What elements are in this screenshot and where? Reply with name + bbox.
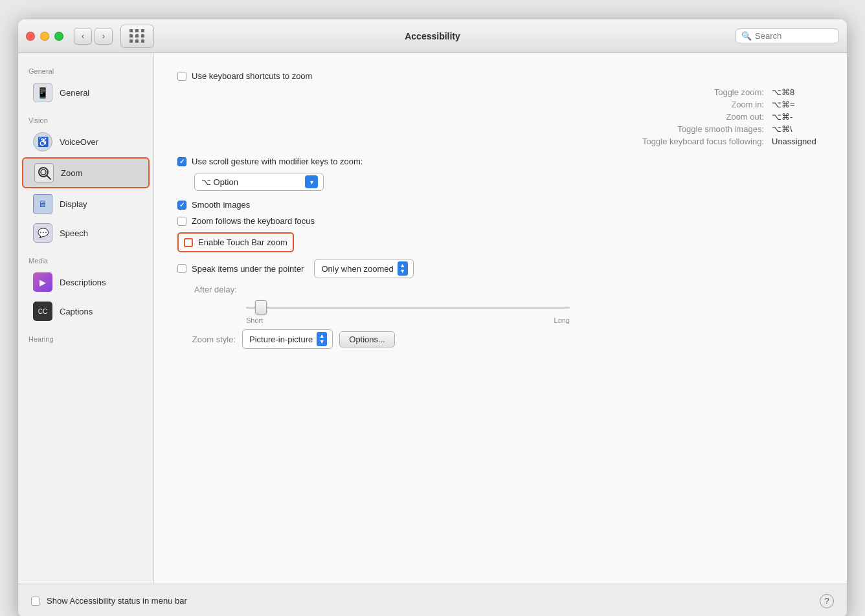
traffic-lights (26, 32, 63, 41)
delay-slider-track[interactable] (246, 301, 570, 314)
toggle-keyboard-focus-value: Unassigned (772, 137, 824, 146)
speak-items-dropdown-arrow-icon: ▲▼ (398, 261, 408, 276)
sidebar-item-captions[interactable]: CC Captions (22, 297, 150, 325)
toggle-keyboard-focus-row: Toggle keyboard focus following: Unassig… (193, 137, 824, 146)
right-panel: Use keyboard shortcuts to zoom Toggle zo… (154, 53, 847, 584)
toggle-zoom-label: Toggle zoom: (635, 87, 764, 97)
zoom-in-row: Zoom in: ⌥⌘= (193, 100, 824, 109)
speak-items-dropdown-label: Only when zoomed (321, 264, 393, 274)
modifier-dropdown-container: ⌥ Option ▾ (177, 173, 824, 191)
bottom-bar: Show Accessibility status in menu bar ? (18, 584, 847, 616)
display-icon: 🖥 (32, 193, 53, 214)
sidebar-item-zoom[interactable]: Zoom (22, 157, 150, 188)
titlebar: ‹ › Accessibility 🔍 (18, 19, 847, 53)
help-button[interactable]: ? (820, 594, 834, 608)
zoom-style-dropdown-label: Picture-in-picture (249, 335, 313, 344)
sidebar-item-display[interactable]: 🖥 Display (22, 190, 150, 218)
after-delay-container: After delay: Short Long (177, 285, 824, 324)
sidebar-item-speech[interactable]: 💬 Speech (22, 219, 150, 247)
sidebar-item-voiceover[interactable]: ♿ VoiceOver (22, 127, 150, 156)
sidebar: General 📱 General Vision ♿ VoiceOver (18, 53, 154, 584)
general-icon: 📱 (32, 82, 53, 103)
forward-button[interactable]: › (95, 28, 113, 45)
zoom-follows-keyboard-label: Zoom follows the keyboard focus (192, 216, 315, 226)
options-button[interactable]: Options... (339, 331, 395, 347)
slider-short-label: Short (246, 316, 263, 324)
sidebar-item-descriptions[interactable]: ▶ Descriptions (22, 268, 150, 296)
zoom-out-value: ⌥⌘- (772, 112, 824, 122)
sidebar-item-general[interactable]: 📱 General (22, 78, 150, 107)
grid-view-button[interactable] (120, 25, 154, 48)
section-label-vision: Vision (18, 113, 153, 127)
keyboard-shortcuts-checkbox[interactable] (177, 72, 186, 81)
zoom-in-value: ⌥⌘= (772, 100, 824, 109)
speech-icon: 💬 (32, 223, 53, 243)
content-area: General 📱 General Vision ♿ VoiceOver (18, 53, 847, 584)
enable-touch-bar-checkbox[interactable] (184, 238, 193, 247)
svg-line-1 (47, 175, 51, 179)
zoom-follows-keyboard-row: Zoom follows the keyboard focus (177, 216, 824, 226)
show-status-checkbox[interactable] (31, 597, 40, 606)
close-button[interactable] (26, 32, 35, 41)
section-label-general: General (18, 63, 153, 78)
sidebar-label-general: General (60, 88, 89, 98)
zoom-style-row: Zoom style: Picture-in-picture ▲▼ Option… (177, 329, 824, 349)
zoom-out-row: Zoom out: ⌥⌘- (193, 112, 824, 122)
after-delay-label: After delay: (194, 285, 237, 294)
slider-long-label: Long (554, 316, 570, 324)
speak-items-label: Speak items under the pointer (192, 264, 304, 274)
nav-buttons: ‹ › (74, 28, 113, 45)
maximize-button[interactable] (54, 32, 63, 41)
zoom-style-dropdown-arrow-icon: ▲▼ (317, 332, 327, 346)
back-button[interactable]: ‹ (74, 28, 92, 45)
voiceover-icon: ♿ (32, 131, 53, 152)
sidebar-label-zoom: Zoom (61, 168, 82, 178)
search-box[interactable]: 🔍 (736, 28, 839, 43)
speak-items-checkbox[interactable] (177, 264, 186, 273)
section-label-media: Media (18, 253, 153, 267)
slider-thumb[interactable] (255, 300, 267, 314)
speak-items-row: Speak items under the pointer Only when … (177, 259, 824, 278)
search-icon: 🔍 (741, 31, 752, 41)
touch-bar-container: Enable Touch Bar zoom (177, 232, 824, 252)
dropdown-arrow-icon: ▾ (305, 175, 318, 188)
sidebar-label-voiceover: VoiceOver (60, 137, 98, 147)
search-input[interactable] (755, 31, 833, 41)
enable-touch-bar-label: Enable Touch Bar zoom (198, 237, 287, 247)
scroll-gesture-row: Use scroll gesture with modifier keys to… (177, 157, 824, 166)
sidebar-label-speech: Speech (60, 228, 88, 238)
smooth-images-row: Smooth images (177, 200, 824, 210)
toggle-smooth-row: Toggle smooth images: ⌥⌘\ (193, 124, 824, 134)
slider-line (246, 307, 570, 309)
zoom-out-label: Zoom out: (635, 112, 764, 122)
kbd-shortcut-table: Toggle zoom: ⌥⌘8 Zoom in: ⌥⌘= Zoom out: … (193, 87, 824, 146)
scroll-gesture-label: Use scroll gesture with modifier keys to… (192, 157, 363, 166)
main-window: ‹ › Accessibility 🔍 General 📱 General (18, 19, 847, 616)
sidebar-label-display: Display (60, 199, 87, 209)
smooth-images-label: Smooth images (192, 200, 250, 210)
zoom-follows-keyboard-checkbox[interactable] (177, 217, 186, 226)
sidebar-label-descriptions: Descriptions (60, 278, 106, 287)
toggle-zoom-value: ⌥⌘8 (772, 87, 824, 97)
svg-point-2 (41, 170, 46, 175)
toggle-zoom-row: Toggle zoom: ⌥⌘8 (193, 87, 824, 97)
touch-bar-row: Enable Touch Bar zoom (177, 232, 294, 252)
minimize-button[interactable] (40, 32, 49, 41)
speak-items-dropdown[interactable]: Only when zoomed ▲▼ (314, 259, 413, 278)
zoom-style-dropdown[interactable]: Picture-in-picture ▲▼ (242, 329, 333, 349)
toggle-smooth-value: ⌥⌘\ (772, 124, 824, 134)
modifier-dropdown-label: ⌥ Option (201, 177, 238, 187)
grid-dots-icon (129, 29, 145, 43)
toggle-smooth-label: Toggle smooth images: (635, 124, 764, 134)
captions-icon: CC (32, 301, 53, 322)
modifier-dropdown[interactable]: ⌥ Option ▾ (194, 173, 324, 191)
keyboard-shortcuts-row: Use keyboard shortcuts to zoom (177, 71, 824, 81)
after-delay-row: After delay: (194, 285, 824, 294)
zoom-icon (34, 162, 54, 183)
scroll-gesture-checkbox[interactable] (177, 157, 186, 166)
smooth-images-checkbox[interactable] (177, 201, 186, 210)
section-label-hearing: Hearing (18, 331, 153, 346)
toggle-keyboard-focus-label: Toggle keyboard focus following: (635, 137, 764, 146)
keyboard-shortcuts-label: Use keyboard shortcuts to zoom (192, 71, 312, 81)
zoom-style-label: Zoom style: (177, 335, 236, 344)
